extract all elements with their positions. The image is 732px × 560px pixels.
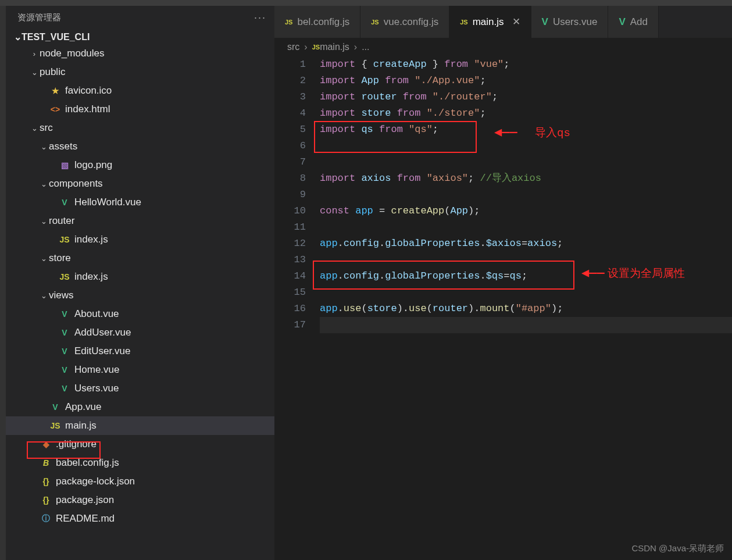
chevron-down-icon: ⌄: [38, 217, 49, 226]
code-line[interactable]: [320, 187, 732, 203]
menu-bar: [0, 0, 732, 6]
close-icon[interactable]: ✕: [512, 16, 520, 28]
js-icon: JS: [58, 270, 71, 283]
breadcrumb-part[interactable]: main.js: [320, 42, 349, 52]
code-line[interactable]: import axios from "axios"; //导入axios: [320, 170, 732, 187]
file-item[interactable]: VHome.vue: [6, 361, 274, 379]
project-name: TEST_VUE_CLI: [22, 32, 90, 42]
star-icon: ★: [49, 84, 62, 97]
file-item[interactable]: {}package.json: [6, 491, 274, 509]
code-line[interactable]: [320, 284, 732, 301]
vue-icon: V: [58, 363, 71, 376]
tree-item-label: main.js: [65, 420, 97, 431]
line-number: 3: [274, 89, 306, 105]
line-number: 11: [274, 219, 306, 236]
folder-item[interactable]: ⌄store: [6, 249, 274, 267]
file-item[interactable]: ▧logo.png: [6, 156, 274, 174]
tree-item-label: Home.vue: [74, 364, 119, 376]
tree-item-label: README.md: [56, 513, 115, 525]
editor-tab[interactable]: VUsers.vue: [531, 6, 609, 38]
more-icon[interactable]: ···: [254, 12, 266, 24]
code-line[interactable]: import store from "./store";: [320, 105, 732, 122]
editor-tab[interactable]: JSvue.config.js: [360, 6, 449, 38]
folder-item[interactable]: ⌄public: [6, 63, 274, 81]
tab-label: Users.vue: [553, 16, 598, 28]
folder-item[interactable]: ⌄views: [6, 286, 274, 305]
file-item[interactable]: ⓘREADME.md: [6, 509, 274, 528]
folder-item[interactable]: ›node_modules: [6, 44, 274, 63]
file-item[interactable]: VApp.vue: [6, 398, 274, 416]
code-line[interactable]: app.use(store).use(router).mount("#app")…: [320, 301, 732, 317]
editor-area: JSbel.config.jsJSvue.config.jsJSmain.js✕…: [274, 6, 732, 560]
line-number-gutter: 1234567891011121314151617: [274, 56, 320, 560]
breadcrumb[interactable]: src›JSmain.js›...: [274, 38, 732, 56]
file-item[interactable]: VHelloWorld.vue: [6, 193, 274, 212]
chevron-down-icon: ⌄: [29, 124, 40, 133]
tab-label: Add: [630, 16, 648, 28]
tree-item-label: index.js: [74, 271, 108, 283]
annotation-text-2: 设置为全局属性: [608, 266, 685, 282]
file-item[interactable]: JSmain.js: [6, 416, 274, 435]
vue-icon: V: [58, 196, 71, 209]
vue-icon: V: [49, 401, 62, 413]
chevron-down-icon: ⌄: [29, 68, 40, 77]
tree-item-label: public: [40, 66, 65, 78]
code-line[interactable]: app.config.globalProperties.$axios=axios…: [320, 236, 732, 252]
code-line[interactable]: [320, 317, 732, 333]
code-line[interactable]: [320, 219, 732, 236]
file-item[interactable]: {}package-lock.json: [6, 472, 274, 491]
file-item[interactable]: ◆.gitignore: [6, 435, 274, 454]
image-icon: ▧: [58, 159, 71, 172]
tree-item-label: App.vue: [65, 401, 101, 413]
arrow-icon: ◀——: [581, 266, 605, 282]
line-number: 17: [274, 317, 306, 333]
code-line[interactable]: [320, 138, 732, 154]
chevron-down-icon: ⌄: [38, 254, 49, 263]
code-editor[interactable]: 1234567891011121314151617 ◀—— 导入qs ◀—— 设…: [274, 56, 732, 560]
line-number: 7: [274, 154, 306, 170]
file-item[interactable]: <>index.html: [6, 100, 274, 119]
line-number: 13: [274, 252, 306, 268]
file-item[interactable]: Bbabel.config.js: [6, 454, 274, 472]
folder-item[interactable]: ⌄components: [6, 174, 274, 193]
code-line[interactable]: import qs from "qs";: [320, 122, 732, 138]
tree-item-label: index.html: [65, 104, 110, 115]
annotation-text-1: 导入qs: [535, 125, 570, 141]
file-item[interactable]: JSindex.js: [6, 267, 274, 286]
code-line[interactable]: import { createApp } from "vue";: [320, 56, 732, 73]
editor-tab[interactable]: VAdd: [608, 6, 659, 38]
folder-item[interactable]: ⌄router: [6, 212, 274, 230]
vue-icon: V: [619, 16, 625, 28]
git-icon: ◆: [40, 438, 52, 451]
code-line[interactable]: const app = createApp(App);: [320, 203, 732, 219]
file-item[interactable]: VAddUser.vue: [6, 323, 274, 342]
activity-bar[interactable]: [0, 6, 6, 560]
folder-item[interactable]: ⌄assets: [6, 137, 274, 156]
chevron-down-icon: ⌄: [14, 31, 22, 42]
tree-item-label: store: [49, 252, 71, 264]
file-item[interactable]: VAbout.vue: [6, 305, 274, 323]
editor-tab[interactable]: JSmain.js✕: [449, 6, 531, 38]
editor-tab[interactable]: JSbel.config.js: [274, 6, 360, 38]
project-root[interactable]: ⌄ TEST_VUE_CLI: [6, 30, 274, 44]
folder-item[interactable]: ⌄src: [6, 119, 274, 137]
file-item[interactable]: VUsers.vue: [6, 379, 274, 398]
file-item[interactable]: JSindex.js: [6, 230, 274, 249]
tree-item-label: components: [49, 178, 103, 190]
file-item[interactable]: ★favicon.ico: [6, 81, 274, 100]
chevron-down-icon: ⌄: [38, 142, 49, 151]
code-line[interactable]: import App from "./App.vue";: [320, 73, 732, 89]
code-line[interactable]: import router from "./router";: [320, 89, 732, 105]
breadcrumb-part[interactable]: ...: [362, 42, 369, 52]
line-number: 12: [274, 236, 306, 252]
file-item[interactable]: VEditUser.vue: [6, 342, 274, 361]
chevron-right-icon: ›: [354, 42, 357, 52]
tree-item-label: index.js: [74, 234, 108, 245]
code-content[interactable]: ◀—— 导入qs ◀—— 设置为全局属性 import { createApp …: [320, 56, 732, 560]
line-number: 4: [274, 105, 306, 122]
line-number: 15: [274, 284, 306, 301]
tree-item-label: babel.config.js: [56, 457, 119, 469]
line-number: 2: [274, 73, 306, 89]
breadcrumb-part[interactable]: src: [287, 42, 299, 52]
code-line[interactable]: [320, 154, 732, 170]
